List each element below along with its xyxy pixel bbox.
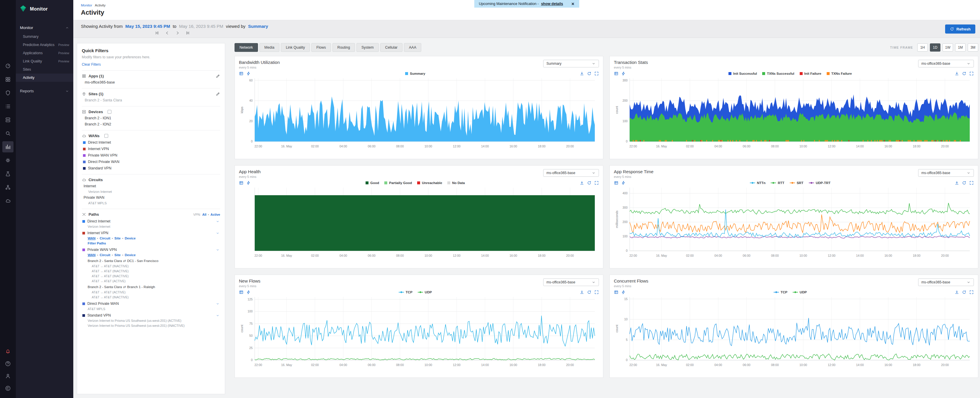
sidebar-section-monitor[interactable]: Monitor (16, 23, 73, 32)
grid-nav-icon[interactable] (2, 74, 13, 85)
download-icon[interactable] (579, 71, 584, 76)
app-health-dropdown[interactable]: ms-office365-base (543, 169, 599, 177)
download-icon[interactable] (579, 290, 584, 295)
download-icon[interactable] (955, 290, 959, 295)
lightning-icon[interactable] (621, 290, 626, 295)
refresh-chart-icon[interactable] (962, 290, 967, 295)
path-group-internet-vpn[interactable]: Internet VPN (82, 228, 220, 235)
device-item[interactable]: Branch 2 - ION2 (82, 120, 220, 126)
user-icon[interactable] (2, 371, 13, 382)
tab-media[interactable]: Media (259, 43, 279, 52)
sidebar-item-predictive-analytics[interactable]: Predictive AnalyticsPreview (16, 41, 73, 49)
from-date-link[interactable]: May 15, 2023 9:45 PM (126, 24, 170, 29)
transaction-stats-dropdown[interactable]: ms-office365-base (918, 60, 974, 67)
clear-filters-link[interactable]: Clear Filters (82, 62, 220, 67)
show-details-link[interactable]: show details (541, 2, 563, 6)
refresh-chart-icon[interactable] (587, 180, 592, 185)
expand-icon[interactable] (594, 71, 599, 76)
wan-item-internet-vpn[interactable]: Internet VPN (82, 145, 220, 151)
refresh-button[interactable]: Refresh (945, 24, 975, 33)
expand-icon[interactable] (594, 180, 599, 185)
wans-checkbox[interactable] (104, 134, 108, 138)
tab-network[interactable]: Network (234, 43, 258, 52)
flask-nav-icon[interactable] (2, 168, 13, 179)
device-item[interactable]: Branch 2 - ION1 (82, 114, 220, 120)
download-icon[interactable] (955, 71, 959, 76)
lightning-icon[interactable] (246, 290, 251, 295)
filter-paths-link[interactable]: Filter Paths (82, 240, 220, 245)
chevron-down-icon[interactable] (216, 302, 220, 306)
wan-item-direct-private-wan[interactable]: Direct Private WAN (82, 158, 220, 164)
banner-close-icon[interactable]: ✕ (571, 2, 574, 6)
bandwidth-utilization-dropdown[interactable]: Summary (543, 60, 599, 67)
sidebar-item-summary[interactable]: Summary (16, 32, 73, 41)
table-view-icon[interactable] (614, 71, 619, 76)
lightning-icon[interactable] (621, 180, 626, 185)
step-back-icon[interactable] (165, 31, 169, 35)
tab-cellular[interactable]: Cellular (380, 43, 402, 52)
lightning-icon[interactable] (246, 71, 251, 76)
download-icon[interactable] (579, 180, 584, 185)
expand-icon[interactable] (969, 290, 974, 295)
concurrent-flows-dropdown[interactable]: ms-office365-base (918, 279, 974, 286)
wan-item-private-wan-vpn[interactable]: Private WAN VPN (82, 151, 220, 158)
refresh-chart-icon[interactable] (962, 180, 967, 185)
expand-icon[interactable] (969, 71, 974, 76)
lightning-icon[interactable] (621, 71, 626, 76)
network-nav-icon[interactable] (2, 182, 13, 193)
timeframe-1d[interactable]: 1D (930, 43, 940, 52)
tab-flows[interactable]: Flows (311, 43, 331, 52)
cloud-nav-icon[interactable] (2, 195, 13, 206)
copyright-icon[interactable] (2, 383, 13, 394)
tab-link-quality[interactable]: Link Quality (281, 43, 310, 52)
sidebar-item-link-quality[interactable]: Link QualityPreview (16, 57, 73, 65)
expand-icon[interactable] (594, 290, 599, 295)
list-nav-icon[interactable] (2, 101, 13, 112)
table-view-icon[interactable] (614, 290, 619, 295)
step-forward-icon[interactable] (175, 31, 180, 35)
gauge-nav-icon[interactable] (2, 60, 13, 72)
path-group-direct-private-wan[interactable]: Direct Private WAN (82, 299, 220, 306)
chevron-down-icon[interactable] (216, 231, 220, 235)
vpn-all-link[interactable]: All (202, 213, 206, 216)
chevron-down-icon[interactable] (216, 220, 220, 223)
vpn-active-link[interactable]: Active (210, 213, 220, 216)
path-group-private-wan-vpn[interactable]: Private WAN VPN (82, 245, 220, 252)
lightning-icon[interactable] (246, 180, 251, 185)
table-view-icon[interactable] (239, 71, 243, 76)
server-nav-icon[interactable] (2, 114, 13, 126)
wan-item-standard-vpn[interactable]: Standard VPN (82, 164, 220, 170)
new-flows-dropdown[interactable]: ms-office365-base (543, 279, 599, 286)
chevron-down-icon[interactable] (216, 314, 220, 317)
timeframe-1m[interactable]: 1M (955, 43, 966, 52)
tab-aaa[interactable]: AAA (404, 43, 421, 52)
sidebar-section-reports[interactable]: Reports (16, 86, 73, 96)
bell-icon[interactable] (2, 346, 13, 357)
edit-apps-icon[interactable] (216, 74, 220, 78)
refresh-chart-icon[interactable] (587, 71, 592, 76)
table-view-icon[interactable] (614, 180, 619, 185)
timeframe-1h[interactable]: 1H (917, 43, 928, 52)
path-group-standard-vpn[interactable]: Standard VPN (82, 310, 220, 317)
edit-sites-icon[interactable] (216, 92, 220, 96)
app-response-time-dropdown[interactable]: ms-office365-base (918, 169, 974, 177)
gear-nav-icon[interactable] (2, 155, 13, 166)
table-view-icon[interactable] (239, 180, 243, 185)
breadcrumb-monitor[interactable]: Monitor (81, 3, 92, 7)
timeframe-1w[interactable]: 1W (942, 43, 953, 52)
timeframe-3m[interactable]: 3M (968, 43, 978, 52)
search-nav-icon[interactable] (2, 128, 13, 139)
download-icon[interactable] (955, 180, 959, 185)
view-summary-link[interactable]: Summary (248, 24, 268, 29)
path-filter-links[interactable]: WAN•Circuit•Site•Device (82, 235, 220, 240)
tab-routing[interactable]: Routing (332, 43, 355, 52)
shield-nav-icon[interactable] (2, 88, 13, 99)
skip-to-end-icon[interactable] (186, 31, 190, 35)
sidebar-item-applications[interactable]: ApplicationsPreview (16, 49, 73, 57)
circuit-group-internet[interactable]: Internet (82, 182, 220, 188)
path-filter-links[interactable]: WAN•Circuit•Site•Device (82, 252, 220, 257)
table-view-icon[interactable] (239, 290, 243, 295)
refresh-chart-icon[interactable] (587, 290, 592, 295)
sidebar-item-activity[interactable]: Activity (16, 73, 73, 82)
path-group-direct-internet[interactable]: Direct Internet (82, 217, 220, 223)
